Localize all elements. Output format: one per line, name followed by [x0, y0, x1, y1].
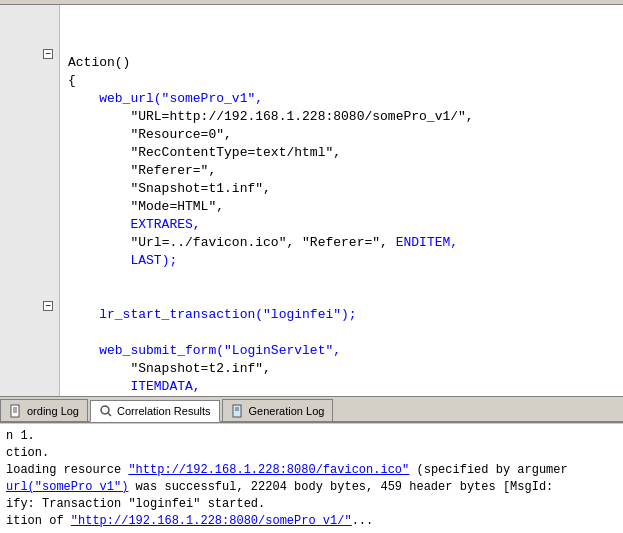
- code-line: ITEMDATA,: [68, 378, 623, 396]
- log-area: n 1.ction.loading resource "http://192.1…: [0, 423, 623, 533]
- code-text: "Resource=0",: [68, 126, 232, 144]
- code-text: ITEMDATA,: [68, 378, 201, 396]
- tab-label: Correlation Results: [117, 405, 211, 417]
- gutter-row: [0, 261, 59, 279]
- code-line: "Url=../favicon.ico", "Referer=", ENDITE…: [68, 234, 623, 252]
- code-text: Action(): [68, 54, 130, 72]
- line-gutter: −−: [0, 5, 60, 396]
- code-line: web_submit_form("LoginServlet",: [68, 342, 623, 360]
- svg-line-5: [108, 413, 111, 416]
- code-text: "URL=http://192.168.1.228:8080/somePro_v…: [68, 108, 474, 126]
- log-line: n 1.: [6, 428, 617, 445]
- gutter-row: [0, 279, 59, 297]
- code-token: "Url=../favicon.ico", "Referer=",: [130, 234, 395, 252]
- code-line: "Mode=HTML",: [68, 198, 623, 216]
- magnifier-icon: [99, 404, 113, 418]
- tabs-bar: ording LogCorrelation ResultsGeneration …: [0, 397, 623, 423]
- gutter-row: [0, 117, 59, 135]
- code-line: [68, 270, 623, 288]
- tab-correlation-results[interactable]: Correlation Results: [90, 400, 220, 422]
- log-line: url("somePro_v1") was successful, 22204 …: [6, 479, 617, 496]
- log-line: ify: Transaction "loginfei" started.: [6, 496, 617, 513]
- tab-generation-log[interactable]: Generation Log: [222, 399, 334, 421]
- code-text: lr_start_transaction("loginfei");: [68, 306, 357, 324]
- gutter-row: [0, 171, 59, 189]
- gutter-row: [0, 153, 59, 171]
- collapse-button[interactable]: −: [43, 49, 53, 59]
- collapse-button[interactable]: −: [43, 301, 53, 311]
- code-line: LAST);: [68, 252, 623, 270]
- gutter-row: [0, 27, 59, 45]
- code-text: EXTRARES,: [68, 216, 201, 234]
- svg-point-4: [101, 406, 109, 414]
- gutter-row: [0, 369, 59, 387]
- gutter-row: [0, 387, 59, 397]
- gutter-row: [0, 81, 59, 99]
- gutter-row: [0, 351, 59, 369]
- code-text: "Snapshot=t2.inf",: [68, 360, 271, 378]
- gutter-row: −: [0, 297, 59, 315]
- code-text: "Referer=",: [68, 162, 216, 180]
- gutter-row: [0, 63, 59, 81]
- code-line: Action(): [68, 54, 623, 72]
- gutter-row: [0, 207, 59, 225]
- code-editor: −− Action(){ web_url("somePro_v1", "URL=…: [0, 5, 623, 397]
- gutter-row: [0, 135, 59, 153]
- doc-icon: [9, 404, 23, 418]
- code-token: ENDITEM,: [396, 234, 458, 252]
- gutter-row: [0, 243, 59, 261]
- code-line: web_url("somePro_v1",: [68, 90, 623, 108]
- code-text: "Snapshot=t1.inf",: [68, 180, 271, 198]
- gutter-row: [0, 225, 59, 243]
- code-line: lr_start_transaction("loginfei");: [68, 306, 623, 324]
- log-line: ition of "http://192.168.1.228:8080/some…: [6, 513, 617, 530]
- gutter-row: [0, 99, 59, 117]
- code-line: "RecContentType=text/html",: [68, 144, 623, 162]
- gutter-row: [0, 9, 59, 27]
- code-token: LAST);: [130, 252, 177, 270]
- gutter-row: [0, 189, 59, 207]
- tab-recording-log[interactable]: ording Log: [0, 399, 88, 421]
- code-line: EXTRARES,: [68, 216, 623, 234]
- doc2-icon: [231, 404, 245, 418]
- tab-label: Generation Log: [249, 405, 325, 417]
- log-line: loading resource "http://192.168.1.228:8…: [6, 462, 617, 479]
- code-text: web_submit_form("LoginServlet",: [68, 342, 341, 360]
- code-line: [68, 324, 623, 342]
- code-line: "Referer=",: [68, 162, 623, 180]
- tab-label: ording Log: [27, 405, 79, 417]
- code-text: {: [68, 72, 76, 90]
- gutter-row: [0, 315, 59, 333]
- code-line: {: [68, 72, 623, 90]
- code-line: "Snapshot=t1.inf",: [68, 180, 623, 198]
- code-line: "URL=http://192.168.1.228:8080/somePro_v…: [68, 108, 623, 126]
- code-line: "Snapshot=t2.inf",: [68, 360, 623, 378]
- code-text: "RecContentType=text/html",: [68, 144, 341, 162]
- svg-rect-0: [11, 405, 19, 417]
- code-line: "Resource=0",: [68, 126, 623, 144]
- gutter-row: [0, 333, 59, 351]
- code-content[interactable]: Action(){ web_url("somePro_v1", "URL=htt…: [60, 5, 623, 396]
- log-line: ction.: [6, 445, 617, 462]
- gutter-row: −: [0, 45, 59, 63]
- code-text: web_url("somePro_v1",: [68, 90, 263, 108]
- code-text: "Mode=HTML",: [68, 198, 224, 216]
- code-line: [68, 288, 623, 306]
- svg-rect-6: [233, 405, 241, 417]
